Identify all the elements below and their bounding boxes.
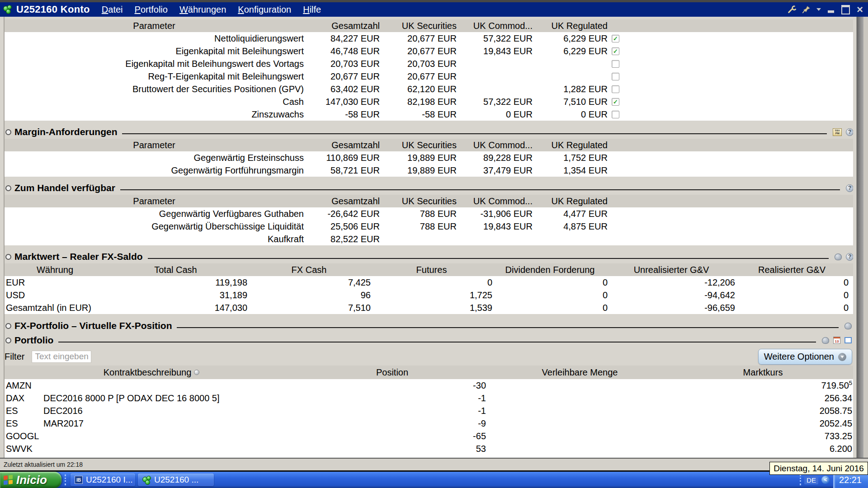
help-icon[interactable]: ? — [846, 128, 854, 136]
section-header-portfolio[interactable]: Portfolio 13 ? — [0, 333, 868, 347]
content-left-border — [4, 17, 5, 458]
available-table-header: Parameter Gesamtzahl UK Securities UK Co… — [5, 195, 853, 207]
col-header-marktkurs[interactable]: Marktkurs — [674, 367, 852, 378]
col-header-uk-securities: UK Securities — [380, 21, 457, 31]
margin-table: Parameter Gesamtzahl UK Securities UK Co… — [5, 139, 853, 177]
start-button[interactable]: Inicio — [0, 472, 61, 488]
table-row[interactable]: Kaufkraft 82,522 EUR — [5, 233, 853, 245]
date-tooltip: Dienstag, 14. Juni 2016 — [769, 462, 868, 475]
available-table: Parameter Gesamtzahl UK Securities UK Co… — [5, 195, 853, 245]
taskbar: Inicio IB U252160 I... U252160 ... DE < … — [0, 472, 868, 488]
col-header-uk-commod: UK Commod... — [457, 21, 533, 31]
vertical-scrollbar[interactable] — [853, 17, 868, 458]
collapse-toggle-icon — [5, 185, 11, 191]
filter-input[interactable] — [32, 351, 91, 363]
dropdown-icon — [838, 353, 846, 361]
table-row[interactable]: Eigenkapital mit Beleihungswert des Vort… — [5, 57, 853, 70]
col-header-gesamtzahl: Gesamtzahl — [304, 21, 380, 31]
row-checkbox[interactable] — [612, 60, 619, 68]
balances-table: Parameter Gesamtzahl UK Securities UK Co… — [5, 19, 853, 121]
window-icon[interactable] — [844, 337, 852, 343]
section-header-available[interactable]: Zum Handel verfügbar ? + — [0, 181, 868, 195]
table-row[interactable]: Gegenwärtig Verfügbares Guthaben -26,642… — [5, 207, 853, 220]
table-row[interactable]: USD 31,189 96 1,725 0 -94,642 0 — [5, 289, 853, 301]
menu-waehrungen[interactable]: Währungen — [179, 5, 226, 15]
hand-icon[interactable] — [844, 323, 852, 329]
collapse-toggle-icon — [5, 338, 11, 343]
help-icon[interactable]: ? — [846, 184, 854, 192]
tray-clock[interactable]: 22:21 — [839, 475, 862, 485]
fx-table-header: Währung Total Cash FX Cash Futures Divid… — [5, 263, 853, 276]
titlebar: U252160 Konto Datei Portfolio Währungen … — [0, 0, 868, 17]
portfolio-row[interactable]: ESMAR2017 -9 2052.45 — [5, 417, 853, 430]
ib-icon: IB — [75, 476, 83, 484]
col-header-verleihbare-menge[interactable]: Verleihbare Menge — [486, 367, 674, 378]
statusbar: Zuletzt aktualisiert um 22:18 — [0, 458, 868, 470]
minimize-button[interactable] — [826, 5, 835, 14]
row-checkbox[interactable] — [612, 111, 619, 118]
portfolio-row[interactable]: AMZN -30 719.505 — [5, 379, 853, 392]
window-title: U252160 Konto — [16, 4, 90, 15]
col-header-kontraktbeschreibung[interactable]: Kontraktbeschreibung — [5, 367, 298, 378]
tray-separator — [800, 474, 801, 485]
help-icon[interactable]: ? — [846, 253, 854, 261]
row-checkbox[interactable] — [612, 85, 619, 93]
chevron-down-icon[interactable] — [816, 8, 821, 11]
wrench-icon[interactable] — [788, 5, 797, 14]
section-header-margin[interactable]: Margin-Anforderungen TRYPM ? + — [0, 125, 868, 139]
pin-icon[interactable] — [802, 5, 811, 14]
col-header-uk-regulated: UK Regulated — [533, 21, 608, 31]
table-row[interactable]: EUR 119,198 7,425 0 0 -12,206 0 — [5, 276, 853, 289]
menu-datei[interactable]: Datei — [102, 5, 123, 15]
filter-label: Filter — [5, 352, 24, 362]
portfolio-row[interactable]: DAXDEC2016 8000 P [P ODAX DEC 16 8000 5]… — [5, 392, 853, 404]
account-window-content: Parameter Gesamtzahl UK Securities UK Co… — [0, 17, 868, 458]
menu-hilfe[interactable]: Hilfe — [303, 5, 321, 15]
menu-portfolio[interactable]: Portfolio — [135, 5, 168, 15]
hand-icon[interactable] — [835, 253, 842, 260]
coins-icon — [142, 476, 151, 484]
collapse-toggle-icon — [5, 323, 11, 329]
close-button[interactable]: × — [855, 5, 864, 14]
quick-launch-separator — [65, 474, 66, 485]
table-row[interactable]: Eigenkapital mit Beleihungswert 46,748 E… — [5, 45, 853, 57]
collapse-toggle-icon — [5, 254, 11, 260]
portfolio-table-header: Kontraktbeschreibung Position Verleihbar… — [5, 366, 853, 379]
table-row[interactable]: Reg-T-Eigenkapital mit Beleihungswert 20… — [5, 70, 853, 83]
portfolio-table: Kontraktbeschreibung Position Verleihbar… — [5, 366, 853, 455]
fx-table: Währung Total Cash FX Cash Futures Divid… — [5, 263, 853, 314]
col-header-parameter: Parameter — [5, 21, 304, 31]
coins-app-icon — [3, 5, 14, 14]
taskbar-button-tws[interactable]: IB U252160 I... — [71, 474, 135, 486]
hand-icon[interactable] — [822, 337, 829, 344]
menubar: Datei Portfolio Währungen Konfiguration … — [102, 5, 321, 15]
row-checkbox[interactable] — [612, 73, 619, 80]
table-row[interactable]: Gegenwärtig Überschüssige Liquidität 25,… — [5, 220, 853, 233]
table-row[interactable]: Gegenwärtig Ersteinschuss 110,869 EUR 19… — [5, 151, 853, 164]
menu-konfiguration[interactable]: Konfiguration — [238, 5, 291, 15]
portfolio-row[interactable]: SWVK 53 6.200 — [5, 442, 853, 455]
section-header-fx-portfolio[interactable]: FX-Portfolio – Virtuelle FX-Position ? — [0, 319, 868, 333]
maximize-button[interactable] — [841, 5, 850, 14]
tray-app-icon[interactable]: < — [821, 476, 830, 484]
table-row[interactable]: Zinszuwachs -58 EUR -58 EUR 0 EUR 0 EUR — [5, 108, 853, 121]
table-row[interactable]: Gesamtzahl (in EUR) 147,030 7,510 1,539 … — [5, 301, 853, 314]
row-checkbox[interactable] — [612, 47, 619, 55]
taskbar-button-konto[interactable]: U252160 ... — [138, 474, 214, 486]
table-row[interactable]: Cash 147,030 EUR 82,198 EUR 57,322 EUR 7… — [5, 95, 853, 108]
row-checkbox[interactable] — [612, 35, 619, 42]
table-row[interactable]: Gegenwärtig Fortführungsmargin 58,721 EU… — [5, 164, 853, 177]
calendar-icon[interactable]: 13 — [833, 337, 840, 344]
last-updated-text: Zuletzt aktualisiert um 22:18 — [4, 461, 83, 468]
try-pm-icon[interactable]: TRYPM — [833, 128, 842, 136]
table-row[interactable]: Nettoliquidierungswert 84,227 EUR 20,677… — [5, 32, 853, 45]
row-checkbox[interactable] — [612, 98, 619, 106]
portfolio-row[interactable]: GOOGL -65 733.25 — [5, 430, 853, 442]
language-indicator[interactable]: DE — [804, 476, 818, 484]
table-row[interactable]: Bruttowert der Securities Positionen (GP… — [5, 83, 853, 95]
portfolio-row[interactable]: ESDEC2016 -1 2058.75 — [5, 404, 853, 417]
col-header-position[interactable]: Position — [298, 367, 486, 378]
more-options-button[interactable]: Weitere Optionen — [758, 349, 852, 365]
sort-icon — [194, 370, 199, 375]
section-header-market-value[interactable]: Marktwert – Realer FX-Saldo ? + — [0, 250, 868, 263]
